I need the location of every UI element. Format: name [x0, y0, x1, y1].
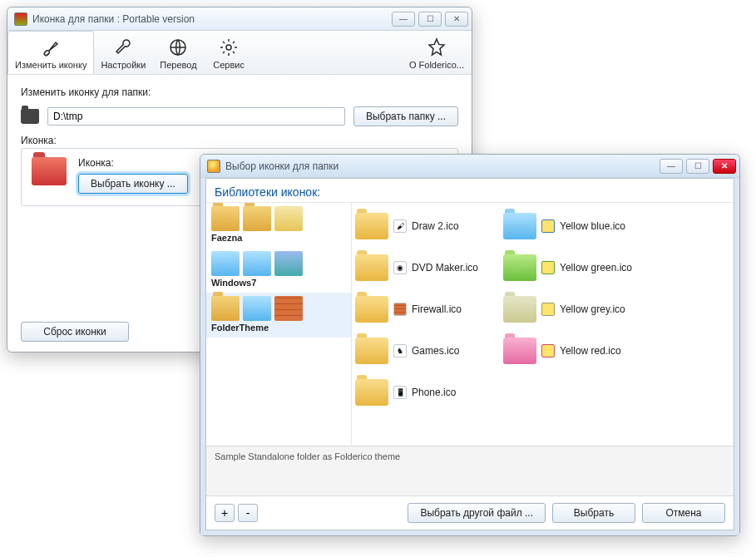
dvd-icon: ◉: [393, 261, 407, 274]
dialog-window-controls: — ☐ ✕: [656, 159, 736, 174]
tab-change-icon[interactable]: Изменить иконку: [7, 31, 94, 74]
tab-settings[interactable]: Настройки: [94, 31, 153, 74]
folder-icon: [503, 254, 536, 281]
folder-icon: [355, 213, 388, 239]
dialog-close-button[interactable]: ✕: [713, 159, 736, 174]
tab-service-label: Сервис: [213, 60, 245, 70]
path-input[interactable]: [47, 107, 345, 126]
choose-button[interactable]: Выбрать: [552, 503, 635, 523]
star-icon: [426, 37, 447, 58]
tab-change-icon-label: Изменить иконку: [15, 60, 86, 70]
tab-about[interactable]: О Folderico...: [403, 31, 472, 74]
dialog-content: Faezna Windows7: [206, 203, 734, 446]
main-window-title: Иконка для папки : Portable version: [32, 13, 388, 25]
icon-grid[interactable]: 🖌 Draw 2.ico ◉ DVD Maker.ico: [352, 203, 734, 446]
folder-icon: [21, 109, 39, 124]
grid-item-label: Yellow green.ico: [560, 262, 632, 274]
dialog-title: Выбор иконки для папки: [225, 160, 656, 172]
folder-icon: [274, 251, 303, 276]
svg-point-1: [226, 45, 231, 50]
tab-settings-label: Настройки: [101, 60, 146, 70]
grid-item-label: Games.ico: [412, 345, 459, 357]
grid-item[interactable]: 📱 Phone.ico: [355, 374, 478, 411]
grid-item-label: Yellow red.ico: [560, 345, 621, 357]
phone-icon: 📱: [393, 386, 407, 399]
grid-item[interactable]: Yellow blue.ico: [503, 208, 632, 244]
grid-item-label: Yellow grey.ico: [560, 303, 625, 315]
grid-item[interactable]: 🖌 Draw 2.ico: [355, 208, 478, 244]
folder-icon: [355, 338, 388, 364]
choose-folder-button[interactable]: Выбрать папку ...: [353, 106, 458, 126]
icon-group-label: Иконка:: [21, 135, 458, 146]
library-item-foldertheme[interactable]: FolderTheme: [206, 293, 351, 338]
choose-other-file-button[interactable]: Выбрать другой файл ...: [408, 503, 546, 523]
document-icon: [274, 206, 303, 231]
tab-translate[interactable]: Перевод: [153, 31, 204, 74]
folder-icon: [211, 251, 240, 276]
folder-icon: [243, 296, 271, 321]
draw-icon: 🖌: [393, 219, 407, 233]
grid-item[interactable]: ♞ Games.ico: [355, 333, 478, 369]
change-icon-label: Изменить иконку для папки:: [21, 86, 458, 98]
folder-icon: [243, 206, 271, 231]
main-titlebar[interactable]: Иконка для папки : Portable version — ☐ …: [7, 7, 472, 31]
reset-icon-button[interactable]: Сброс иконки: [21, 322, 129, 342]
description-bar: Sample Standalone folder as Folderico th…: [206, 446, 734, 495]
folder-icon: [211, 296, 240, 321]
library-item-label: FolderTheme: [211, 323, 346, 333]
games-icon: ♞: [393, 344, 407, 357]
path-row: Выбрать папку ...: [21, 106, 458, 126]
icon-inner-label: Иконка:: [78, 157, 188, 169]
library-item-label: Windows7: [211, 278, 346, 288]
wrench-icon: [112, 37, 134, 58]
dialog-maximize-button[interactable]: ☐: [686, 159, 709, 174]
dialog-actions: + - Выбрать другой файл ... Выбрать Отме…: [206, 495, 734, 530]
grid-item-label: Yellow blue.ico: [560, 220, 625, 232]
icon-picker-dialog: Выбор иконки для папки — ☐ ✕ Библиотеки …: [200, 154, 740, 536]
add-library-button[interactable]: +: [215, 504, 235, 522]
folder-icon: [355, 254, 388, 281]
current-icon-preview: [32, 157, 67, 185]
folder-icon: [503, 213, 536, 239]
grid-item-label: DVD Maker.ico: [412, 262, 478, 274]
folder-icon: [355, 379, 388, 406]
main-toolbar: Изменить иконку Настройки Перевод Сервис: [7, 31, 472, 75]
grid-item-label: Draw 2.ico: [412, 220, 459, 232]
dialog-titlebar[interactable]: Выбор иконки для папки — ☐ ✕: [200, 155, 739, 178]
dialog-app-icon: [207, 160, 220, 173]
grid-item[interactable]: Firewall.ico: [355, 291, 478, 328]
folder-icon: [355, 296, 388, 323]
grid-item[interactable]: ◉ DVD Maker.ico: [355, 249, 478, 286]
tab-about-label: О Folderico...: [409, 60, 464, 70]
tab-service[interactable]: Сервис: [205, 31, 254, 74]
globe-icon: [167, 37, 189, 58]
dialog-header: Библиотеки иконок:: [206, 179, 734, 203]
brush-icon: [40, 37, 62, 58]
color-swatch-icon: [541, 261, 555, 274]
remove-library-button[interactable]: -: [238, 504, 258, 522]
grid-item[interactable]: Yellow red.ico: [503, 333, 632, 369]
minimize-button[interactable]: —: [392, 12, 415, 27]
close-button[interactable]: ✕: [445, 12, 468, 27]
folder-icon: [211, 206, 240, 231]
grid-item[interactable]: Yellow grey.ico: [503, 291, 632, 328]
folder-icon: [503, 338, 536, 364]
dialog-minimize-button[interactable]: —: [660, 159, 683, 174]
library-item-label: Faezna: [211, 233, 346, 243]
grid-item-label: Phone.ico: [412, 387, 456, 398]
folder-icon: [243, 251, 271, 276]
grid-item-label: Firewall.ico: [412, 303, 462, 315]
cancel-button[interactable]: Отмена: [642, 503, 725, 523]
window-controls: — ☐ ✕: [388, 12, 468, 27]
gear-icon: [218, 37, 240, 58]
maximize-button[interactable]: ☐: [418, 12, 442, 27]
firewall-icon: [274, 296, 303, 321]
firewall-icon: [393, 303, 407, 316]
grid-item[interactable]: Yellow green.ico: [503, 249, 632, 286]
library-item-windows7[interactable]: Windows7: [206, 248, 351, 293]
app-icon: [14, 12, 27, 26]
color-swatch-icon: [541, 219, 555, 233]
choose-icon-button[interactable]: Выбрать иконку ...: [78, 174, 188, 194]
library-item-faezna[interactable]: Faezna: [206, 203, 351, 248]
library-pane[interactable]: Faezna Windows7: [206, 203, 352, 446]
